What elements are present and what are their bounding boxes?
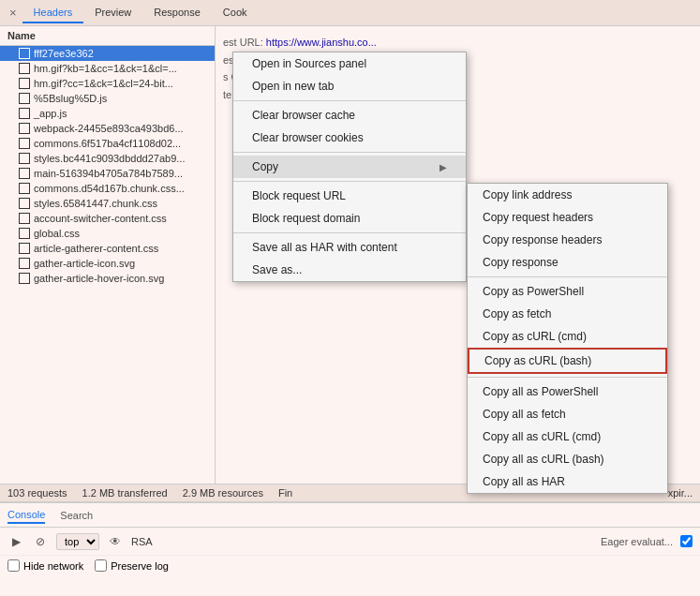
file-list: fff27ee3e362 hm.gif?kb=1&cc=1&ck=1&cl=..… xyxy=(0,46,215,502)
list-item[interactable]: %5Bslug%5D.js xyxy=(0,91,215,106)
file-panel-header: Name xyxy=(0,26,215,46)
file-icon xyxy=(19,153,30,164)
file-icon xyxy=(19,48,30,59)
menu-item-save-har[interactable]: Save all as HAR with content xyxy=(233,236,466,259)
execute-button[interactable]: ▶ xyxy=(7,533,24,550)
menu-item-copy[interactable]: Copy ▶ xyxy=(233,156,466,178)
submenu-copy-response[interactable]: Copy response xyxy=(468,251,667,274)
separator xyxy=(233,100,466,101)
menu-item-open-new-tab[interactable]: Open in new tab xyxy=(233,75,466,97)
separator xyxy=(468,377,667,378)
list-item[interactable]: styles.65841447.chunk.css xyxy=(0,196,215,211)
file-icon xyxy=(19,138,30,149)
file-icon xyxy=(19,243,30,254)
submenu-copy-all-har[interactable]: Copy all as HAR xyxy=(468,470,667,493)
menu-item-clear-cache[interactable]: Clear browser cache xyxy=(233,104,466,127)
separator xyxy=(233,181,466,182)
tab-bar: × Headers Preview Response Cook xyxy=(0,0,700,26)
tab-response[interactable]: Response xyxy=(142,3,212,23)
list-item[interactable]: webpack-24455e893ca493bd6... xyxy=(0,121,215,136)
submenu-copy-curl-cmd[interactable]: Copy as cURL (cmd) xyxy=(468,325,667,348)
list-item[interactable]: gather-article-icon.svg xyxy=(0,256,215,271)
console-area: Console Search ▶ ⊘ top 👁 Eager evaluat..… xyxy=(0,502,700,596)
file-icon xyxy=(19,93,30,104)
console-options: Hide network Preserve log xyxy=(0,556,700,575)
file-icon xyxy=(19,273,30,284)
menu-item-block-url[interactable]: Block request URL xyxy=(233,185,466,207)
tab-close-icon[interactable]: × xyxy=(4,6,22,20)
file-icon xyxy=(19,78,30,89)
hide-network-option[interactable]: Hide network xyxy=(7,559,83,572)
tab-preview[interactable]: Preview xyxy=(83,3,142,23)
list-item[interactable]: global.css xyxy=(0,226,215,241)
context-menu: Open in Sources panel Open in new tab Cl… xyxy=(232,52,467,282)
submenu-copy-request-headers[interactable]: Copy request headers xyxy=(468,206,667,229)
list-item[interactable]: gather-article-hover-icon.svg xyxy=(0,271,215,286)
tab-cook[interactable]: Cook xyxy=(212,3,259,23)
menu-item-block-domain[interactable]: Block request domain xyxy=(233,207,466,230)
list-item[interactable]: commons.6f517ba4cf1108d02... xyxy=(0,136,215,151)
eager-eval-checkbox[interactable] xyxy=(680,535,693,547)
submenu-copy-fetch[interactable]: Copy as fetch xyxy=(468,303,667,325)
console-input[interactable] xyxy=(131,536,593,547)
finish-label: Fin xyxy=(278,487,292,499)
list-item[interactable]: _app.js xyxy=(0,106,215,121)
submenu-copy-all-curl-bash[interactable]: Copy all as cURL (bash) xyxy=(468,448,667,470)
separator xyxy=(233,152,466,153)
list-item[interactable]: hm.gif?cc=1&ck=1&cl=24-bit... xyxy=(0,76,215,91)
submenu-copy-powershell[interactable]: Copy as PowerShell xyxy=(468,280,667,303)
xpir-label: xpir... xyxy=(668,487,693,499)
url-label: est URL: xyxy=(223,37,263,48)
file-icon xyxy=(19,228,30,239)
list-item[interactable]: styles.bc441c9093dbddd27ab9... xyxy=(0,151,215,166)
file-panel: Name fff27ee3e362 hm.gif?kb=1&cc=1&ck=1&… xyxy=(0,26,216,502)
resources-size: 2.9 MB resources xyxy=(183,487,263,499)
tab-console[interactable]: Console xyxy=(7,507,45,524)
preserve-log-label: Preserve log xyxy=(111,560,169,572)
file-icon xyxy=(19,168,30,179)
submenu-arrow-icon: ▶ xyxy=(439,162,447,172)
console-toolbar: ▶ ⊘ top 👁 Eager evaluat... xyxy=(0,528,700,556)
list-item[interactable]: commons.d54d167b.chunk.css... xyxy=(0,181,215,196)
menu-item-open-sources[interactable]: Open in Sources panel xyxy=(233,52,466,75)
tab-search[interactable]: Search xyxy=(60,508,93,523)
eager-eval-label: Eager evaluat... xyxy=(601,536,673,547)
submenu-copy-response-headers[interactable]: Copy response headers xyxy=(468,229,667,251)
preserve-log-checkbox[interactable] xyxy=(95,559,107,572)
hide-network-label: Hide network xyxy=(23,560,83,572)
file-icon xyxy=(19,183,30,194)
submenu: Copy link address Copy request headers C… xyxy=(467,183,668,494)
request-url: https://www.jianshu.co... xyxy=(266,37,377,48)
tab-headers[interactable]: Headers xyxy=(22,3,84,23)
console-tabs: Console Search xyxy=(0,503,700,528)
submenu-copy-curl-bash[interactable]: Copy as cURL (bash) xyxy=(468,348,667,374)
stop-button[interactable]: ⊘ xyxy=(32,533,49,550)
submenu-copy-link[interactable]: Copy link address xyxy=(468,184,667,206)
list-item[interactable]: main-516394b4705a784b7589... xyxy=(0,166,215,181)
menu-item-clear-cookies[interactable]: Clear browser cookies xyxy=(233,127,466,149)
eye-icon[interactable]: 👁 xyxy=(107,533,124,550)
list-item[interactable]: hm.gif?kb=1&cc=1&ck=1&cl=... xyxy=(0,61,215,76)
list-item[interactable]: article-gatherer-content.css xyxy=(0,241,215,256)
separator xyxy=(468,276,667,277)
list-item[interactable]: account-switcher-content.css xyxy=(0,211,215,226)
submenu-copy-all-curl-cmd[interactable]: Copy all as cURL (cmd) xyxy=(468,425,667,448)
file-icon xyxy=(19,108,30,119)
transferred-size: 1.2 MB transferred xyxy=(82,487,168,499)
file-icon xyxy=(19,123,30,134)
file-icon xyxy=(19,213,30,224)
list-item[interactable]: fff27ee3e362 xyxy=(0,46,215,61)
file-icon xyxy=(19,63,30,74)
requests-count: 103 requests xyxy=(7,487,67,499)
file-icon xyxy=(19,258,30,269)
submenu-copy-all-powershell[interactable]: Copy all as PowerShell xyxy=(468,380,667,403)
file-icon xyxy=(19,198,30,209)
submenu-copy-all-fetch[interactable]: Copy all as fetch xyxy=(468,403,667,425)
menu-item-save-as[interactable]: Save as... xyxy=(233,259,466,281)
hide-network-checkbox[interactable] xyxy=(7,559,20,572)
separator xyxy=(233,232,466,233)
context-select[interactable]: top xyxy=(56,533,99,550)
context-select-wrap: top xyxy=(56,533,99,550)
preserve-log-option[interactable]: Preserve log xyxy=(95,559,169,572)
